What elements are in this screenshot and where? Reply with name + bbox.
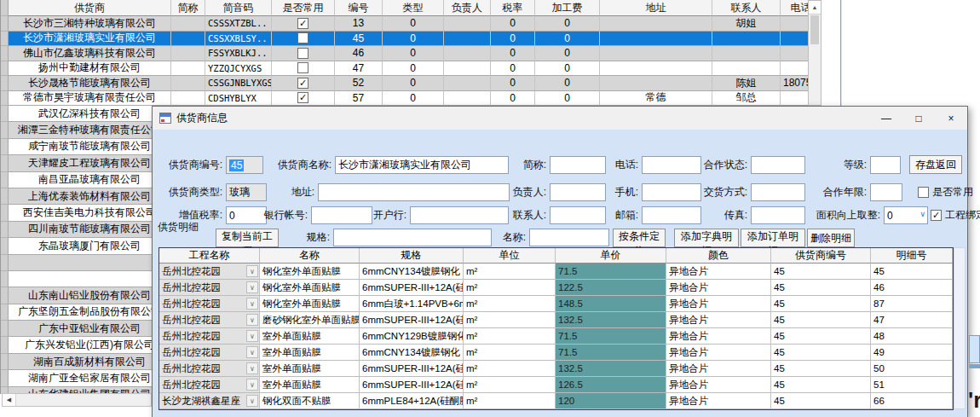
manager-field[interactable] xyxy=(550,183,606,201)
table-row[interactable]: 岳州北控花园∨钢化室外单面贴膜6mmSUPER-III+12A(硅...m²12… xyxy=(159,280,953,296)
chevron-down-icon[interactable]: ∨ xyxy=(246,314,258,326)
address-field[interactable] xyxy=(318,183,510,201)
scroll-up-icon[interactable]: ▲ xyxy=(809,1,821,14)
contact-field[interactable] xyxy=(550,206,606,224)
checkbox-icon[interactable]: ✓ xyxy=(297,92,308,103)
email-field[interactable] xyxy=(642,206,701,224)
dialog-titlebar[interactable]: 供货商信息 — □ × xyxy=(153,107,967,130)
checkbox-icon[interactable]: ✓ xyxy=(297,48,308,59)
table-row[interactable]: 扬州中勤建材有限公司YZZQJCYXGS✓47000 xyxy=(1,61,823,77)
delete-detail-button[interactable]: 删除明细 xyxy=(807,229,855,247)
mobile-field[interactable] xyxy=(642,183,701,201)
list-item[interactable]: 广东坚朗五金制品股份有限公司 xyxy=(1,304,152,321)
minimize-button[interactable]: — xyxy=(870,107,902,130)
list-item[interactable]: 广东中亚铝业有限公司 xyxy=(1,321,152,337)
checkbox-icon[interactable]: ✓ xyxy=(297,78,308,89)
list-item[interactable]: 西安佳吉美电力科技有限公司 xyxy=(1,205,152,221)
checkbox-icon[interactable]: ✓ xyxy=(297,32,308,43)
list-item[interactable]: 湘潭三金特种玻璃有限责任公司 xyxy=(1,122,152,138)
table-row[interactable]: 岳州北控花园∨室外单面贴膜6mmSUPER-III+12A(硅...m²126.… xyxy=(159,377,953,393)
table-cell[interactable]: 岳州北控花园∨ xyxy=(159,328,260,345)
supplier-name: 武汉亿深科技有限公司 xyxy=(9,106,152,122)
table-cell[interactable]: 岳州北控花园∨ xyxy=(159,312,260,328)
table-row[interactable]: 岳州北控花园∨磨砂钢化室外单面贴膜6mmSUPER-III+12A(硅...m²… xyxy=(159,312,953,328)
table-cell[interactable]: 长沙龙湖祺鑫星座∨ xyxy=(159,393,260,409)
table-row[interactable]: 岳州北控花园∨室外单面贴膜6mmCNY129B镀膜钢化m²71.5异地合片454… xyxy=(159,328,953,345)
grade-field[interactable] xyxy=(870,156,901,174)
chevron-down-icon[interactable]: ∨ xyxy=(246,346,258,358)
table-cell: 0 xyxy=(491,16,535,32)
spec-filter-input[interactable] xyxy=(333,229,492,246)
copy-project-button[interactable]: 复制当前工程 xyxy=(216,229,279,247)
close-button[interactable]: × xyxy=(935,107,967,130)
table-cell[interactable]: 岳州北控花园∨ xyxy=(159,377,260,393)
project-bind-checkbox[interactable]: ✓ 工程绑定 xyxy=(931,206,980,224)
list-item[interactable]: 湖南百成新材料有限公司 xyxy=(1,354,152,370)
table-cell[interactable]: 岳州北控花园∨ xyxy=(159,361,260,377)
table-cell: 6mm白玻+1.14PVB+6mm... xyxy=(360,296,464,312)
scroll-left-icon[interactable]: ◀ xyxy=(3,394,16,406)
vertical-scrollbar[interactable]: ▲ xyxy=(808,0,821,106)
table-cell[interactable]: 岳州北控花园∨ xyxy=(159,264,260,280)
scrollbar-thumb[interactable] xyxy=(810,15,819,44)
chevron-down-icon[interactable]: ∨ xyxy=(246,395,258,407)
supplier-name-field[interactable] xyxy=(335,156,509,174)
locate-by-condition-button[interactable]: 按条件定位 xyxy=(613,229,666,247)
round-up-combobox[interactable]: 0 ∨ xyxy=(884,206,928,224)
table-cell[interactable]: 岳州北控花园∨ xyxy=(159,296,260,312)
bank-account-field[interactable] xyxy=(311,206,372,224)
add-dict-detail-button[interactable]: 添加字典明细 xyxy=(674,229,739,247)
table-row[interactable]: 常德市昊宇玻璃有限责任公司CDSHYBLYX✓57000常德邹总 xyxy=(1,91,823,107)
list-item[interactable]: 咸宁南玻节能玻璃有限公司 xyxy=(1,139,152,155)
fax-field[interactable] xyxy=(751,206,805,224)
table-row[interactable]: 岳州北控花园∨室外单面贴膜6mmCNY134镀膜钢化m²71.5异地合片4549 xyxy=(159,345,953,361)
table-row[interactable]: 岳州北控花园∨室外单面贴膜6mmSUPER-III+12A(硅...m²132.… xyxy=(159,361,953,377)
bank-field[interactable] xyxy=(410,206,509,224)
table-row[interactable]: 长沙龙湖祺鑫星座∨钢化双面不贴膜6mmPLE84+12A(硅酮胶...m²120… xyxy=(159,393,953,409)
coop-years-field[interactable] xyxy=(870,183,902,201)
coop-status-field[interactable] xyxy=(751,156,805,174)
phone-field[interactable] xyxy=(642,156,701,174)
mobile-label: 手机: xyxy=(608,185,638,200)
list-item[interactable]: 武汉亿深科技有限公司 xyxy=(1,106,152,122)
supplier-no-field[interactable]: 45 xyxy=(226,156,263,174)
table-row[interactable]: 岳州北控花园∨钢化室外单面贴膜6mm白玻+1.14PVB+6mm...m²148… xyxy=(159,296,953,312)
chevron-down-icon[interactable]: ∨ xyxy=(246,362,258,374)
table-row[interactable]: 长沙市三湘特种玻璃有限公司CSSSXTZBL..✓13000胡姐 xyxy=(1,16,823,32)
often-used-checkbox[interactable]: ✓ 是否常用 xyxy=(918,183,973,201)
list-item[interactable]: 东晶玻璃厦门有限公司 xyxy=(1,238,152,254)
checkbox-icon[interactable]: ✓ xyxy=(297,62,308,73)
chevron-down-icon[interactable]: ∨ xyxy=(246,298,258,310)
chevron-down-icon[interactable]: ∨ xyxy=(246,281,258,293)
supplier-type-field[interactable]: 玻璃 xyxy=(226,183,267,201)
table-row[interactable]: 岳州北控花园∨钢化室外单面贴膜6mmCNY134镀膜钢化m²71.5异地合片45… xyxy=(159,264,953,280)
list-item[interactable]: 上海优泰装饰材料有限公司 xyxy=(1,188,152,205)
detail-scrollbar[interactable] xyxy=(954,247,966,409)
save-return-button[interactable]: 存盘返回 xyxy=(909,155,962,174)
table-row[interactable]: 长沙市潇湘玻璃实业有限公司CSSXXBLSY..✓45000 xyxy=(1,32,823,47)
vat-field[interactable]: 0 xyxy=(226,206,267,224)
delivery-field[interactable] xyxy=(751,183,805,201)
chevron-down-icon[interactable]: ∨ xyxy=(246,330,258,342)
chevron-down-icon[interactable]: ∨ xyxy=(246,265,258,277)
horizontal-scrollbar[interactable]: ◀ xyxy=(2,393,152,407)
short-name-field[interactable] xyxy=(550,156,606,174)
table-cell[interactable]: 岳州北控花园∨ xyxy=(159,345,260,361)
list-item[interactable]: 天津耀皮工程玻璃有限公司 xyxy=(1,155,152,171)
chevron-down-icon[interactable]: ∨ xyxy=(246,379,258,391)
table-cell[interactable]: 岳州北控花园∨ xyxy=(159,280,260,296)
table-cell: 6mmCNY134镀膜钢化 xyxy=(360,264,464,280)
add-order-detail-button[interactable]: 添加订单明细 xyxy=(741,229,805,247)
checkbox-icon[interactable]: ✓ xyxy=(297,18,308,29)
list-item[interactable]: 山东南山铝业股份有限公司 xyxy=(1,287,152,304)
list-item[interactable]: 湖南广亚全铝家居有限公司 xyxy=(1,370,152,386)
background-window-fragment xyxy=(969,335,980,363)
table-row[interactable]: 长沙晟格节能玻璃有限公司CSSGJNBLYXGS✓52000陈姐180751 xyxy=(1,76,823,91)
name-filter-input[interactable] xyxy=(529,229,609,246)
list-item[interactable]: 广东兴发铝业(江西)有限公司 xyxy=(1,337,152,353)
list-item[interactable]: 四川南玻节能玻璃有限公司 xyxy=(1,222,152,238)
table-row[interactable]: 佛山市亿鑫玻璃科技有限公司FSSYXBLKJ..✓46000 xyxy=(1,46,823,61)
grade-label: 等级: xyxy=(834,158,867,172)
maximize-button[interactable]: □ xyxy=(902,107,935,130)
list-item[interactable]: 南昌亚晶玻璃有限公司 xyxy=(1,172,152,188)
